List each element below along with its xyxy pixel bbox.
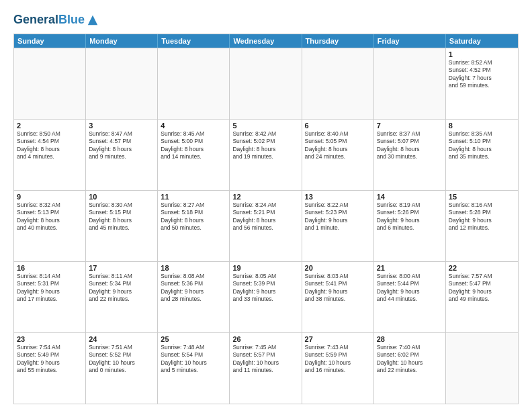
calendar-row-4: 23Sunrise: 7:54 AM Sunset: 5:49 PM Dayli… — [14, 332, 518, 404]
day-info: Sunrise: 8:47 AM Sunset: 4:57 PM Dayligh… — [89, 130, 154, 161]
calendar-cell: 19Sunrise: 8:05 AM Sunset: 5:39 PM Dayli… — [230, 262, 302, 332]
day-info: Sunrise: 8:00 AM Sunset: 5:44 PM Dayligh… — [377, 273, 443, 304]
calendar-cell: 6Sunrise: 8:40 AM Sunset: 5:05 PM Daylig… — [302, 120, 374, 190]
day-info: Sunrise: 8:40 AM Sunset: 5:05 PM Dayligh… — [305, 130, 371, 161]
header-day-sunday: Sunday — [14, 34, 86, 48]
calendar-cell: 10Sunrise: 8:30 AM Sunset: 5:15 PM Dayli… — [86, 191, 158, 261]
day-number: 8 — [449, 122, 515, 130]
day-number: 4 — [161, 122, 226, 130]
svg-marker-0 — [88, 15, 97, 25]
calendar-cell: 17Sunrise: 8:11 AM Sunset: 5:34 PM Dayli… — [86, 262, 158, 332]
calendar-cell: 20Sunrise: 8:03 AM Sunset: 5:41 PM Dayli… — [302, 262, 374, 332]
day-number: 2 — [17, 122, 83, 130]
calendar-cell: 16Sunrise: 8:14 AM Sunset: 5:31 PM Dayli… — [14, 262, 86, 332]
day-number: 22 — [449, 264, 515, 272]
calendar-body: 1Sunrise: 8:52 AM Sunset: 4:52 PM Daylig… — [14, 48, 518, 404]
day-number: 13 — [305, 193, 371, 201]
day-info: Sunrise: 7:45 AM Sunset: 5:57 PM Dayligh… — [232, 344, 298, 375]
calendar-cell: 5Sunrise: 8:42 AM Sunset: 5:02 PM Daylig… — [230, 120, 302, 190]
day-info: Sunrise: 8:50 AM Sunset: 4:54 PM Dayligh… — [17, 130, 83, 161]
day-number: 17 — [89, 264, 154, 272]
day-info: Sunrise: 8:08 AM Sunset: 5:36 PM Dayligh… — [161, 273, 226, 304]
day-info: Sunrise: 8:35 AM Sunset: 5:10 PM Dayligh… — [449, 130, 515, 161]
calendar-cell: 28Sunrise: 7:40 AM Sunset: 6:02 PM Dayli… — [374, 333, 446, 404]
calendar-cell: 13Sunrise: 8:22 AM Sunset: 5:23 PM Dayli… — [302, 191, 374, 261]
day-info: Sunrise: 8:24 AM Sunset: 5:21 PM Dayligh… — [232, 201, 298, 232]
day-number: 28 — [377, 335, 443, 343]
calendar-cell: 22Sunrise: 7:57 AM Sunset: 5:47 PM Dayli… — [446, 262, 518, 332]
calendar-cell: 11Sunrise: 8:27 AM Sunset: 5:18 PM Dayli… — [158, 191, 230, 261]
calendar-cell — [86, 48, 158, 119]
day-info: Sunrise: 8:52 AM Sunset: 4:52 PM Dayligh… — [449, 59, 515, 90]
day-number: 3 — [89, 122, 154, 130]
calendar-cell: 8Sunrise: 8:35 AM Sunset: 5:10 PM Daylig… — [446, 120, 518, 190]
header-day-thursday: Thursday — [302, 34, 374, 48]
day-info: Sunrise: 8:11 AM Sunset: 5:34 PM Dayligh… — [89, 273, 154, 304]
day-number: 18 — [161, 264, 226, 272]
day-info: Sunrise: 8:05 AM Sunset: 5:39 PM Dayligh… — [232, 273, 298, 304]
calendar-row-0: 1Sunrise: 8:52 AM Sunset: 4:52 PM Daylig… — [14, 48, 518, 119]
day-info: Sunrise: 8:32 AM Sunset: 5:13 PM Dayligh… — [17, 201, 83, 232]
calendar-cell — [158, 48, 230, 119]
calendar: SundayMondayTuesdayWednesdayThursdayFrid… — [13, 34, 519, 404]
day-number: 20 — [305, 264, 371, 272]
calendar-cell: 21Sunrise: 8:00 AM Sunset: 5:44 PM Dayli… — [374, 262, 446, 332]
calendar-cell: 26Sunrise: 7:45 AM Sunset: 5:57 PM Dayli… — [230, 333, 302, 404]
calendar-cell: 25Sunrise: 7:48 AM Sunset: 5:54 PM Dayli… — [158, 333, 230, 404]
page: GeneralBlue SundayMondayTuesdayWednesday… — [0, 0, 532, 411]
day-info: Sunrise: 7:48 AM Sunset: 5:54 PM Dayligh… — [161, 344, 226, 375]
header-day-tuesday: Tuesday — [158, 34, 230, 48]
day-number: 11 — [161, 193, 226, 201]
day-number: 27 — [305, 335, 371, 343]
day-number: 25 — [161, 335, 226, 343]
calendar-cell: 12Sunrise: 8:24 AM Sunset: 5:21 PM Dayli… — [230, 191, 302, 261]
logo: GeneralBlue — [13, 13, 99, 27]
calendar-cell — [302, 48, 374, 119]
day-number: 21 — [377, 264, 443, 272]
calendar-row-1: 2Sunrise: 8:50 AM Sunset: 4:54 PM Daylig… — [14, 119, 518, 190]
day-number: 19 — [232, 264, 298, 272]
day-number: 15 — [449, 193, 515, 201]
calendar-cell — [446, 333, 518, 404]
calendar-cell: 15Sunrise: 8:16 AM Sunset: 5:28 PM Dayli… — [446, 191, 518, 261]
day-info: Sunrise: 7:40 AM Sunset: 6:02 PM Dayligh… — [377, 344, 443, 375]
calendar-cell: 14Sunrise: 8:19 AM Sunset: 5:26 PM Dayli… — [374, 191, 446, 261]
logo-text: GeneralBlue — [13, 13, 99, 27]
day-info: Sunrise: 8:03 AM Sunset: 5:41 PM Dayligh… — [305, 273, 371, 304]
day-info: Sunrise: 8:45 AM Sunset: 5:00 PM Dayligh… — [161, 130, 226, 161]
calendar-cell — [230, 48, 302, 119]
day-number: 9 — [17, 193, 83, 201]
calendar-cell: 23Sunrise: 7:54 AM Sunset: 5:49 PM Dayli… — [14, 333, 86, 404]
calendar-cell — [374, 48, 446, 119]
day-info: Sunrise: 8:42 AM Sunset: 5:02 PM Dayligh… — [232, 130, 298, 161]
header-day-friday: Friday — [374, 34, 446, 48]
calendar-cell — [14, 48, 86, 119]
day-number: 16 — [17, 264, 83, 272]
header-day-wednesday: Wednesday — [230, 34, 302, 48]
day-info: Sunrise: 8:30 AM Sunset: 5:15 PM Dayligh… — [89, 201, 154, 232]
day-number: 7 — [377, 122, 443, 130]
day-number: 1 — [449, 50, 515, 58]
calendar-cell: 1Sunrise: 8:52 AM Sunset: 4:52 PM Daylig… — [446, 48, 518, 119]
day-info: Sunrise: 7:54 AM Sunset: 5:49 PM Dayligh… — [17, 344, 83, 375]
calendar-cell: 27Sunrise: 7:43 AM Sunset: 5:59 PM Dayli… — [302, 333, 374, 404]
day-number: 23 — [17, 335, 83, 343]
calendar-cell: 2Sunrise: 8:50 AM Sunset: 4:54 PM Daylig… — [14, 120, 86, 190]
day-info: Sunrise: 8:14 AM Sunset: 5:31 PM Dayligh… — [17, 273, 83, 304]
day-info: Sunrise: 7:51 AM Sunset: 5:52 PM Dayligh… — [89, 344, 154, 375]
day-info: Sunrise: 8:16 AM Sunset: 5:28 PM Dayligh… — [449, 201, 515, 232]
header-day-monday: Monday — [86, 34, 158, 48]
calendar-row-3: 16Sunrise: 8:14 AM Sunset: 5:31 PM Dayli… — [14, 261, 518, 332]
calendar-cell: 9Sunrise: 8:32 AM Sunset: 5:13 PM Daylig… — [14, 191, 86, 261]
calendar-row-2: 9Sunrise: 8:32 AM Sunset: 5:13 PM Daylig… — [14, 190, 518, 261]
day-info: Sunrise: 8:37 AM Sunset: 5:07 PM Dayligh… — [377, 130, 443, 161]
day-number: 14 — [377, 193, 443, 201]
day-info: Sunrise: 8:19 AM Sunset: 5:26 PM Dayligh… — [377, 201, 443, 232]
header-day-saturday: Saturday — [446, 34, 518, 48]
day-number: 10 — [89, 193, 154, 201]
day-number: 12 — [232, 193, 298, 201]
day-info: Sunrise: 8:27 AM Sunset: 5:18 PM Dayligh… — [161, 201, 226, 232]
calendar-cell: 24Sunrise: 7:51 AM Sunset: 5:52 PM Dayli… — [86, 333, 158, 404]
day-info: Sunrise: 8:22 AM Sunset: 5:23 PM Dayligh… — [305, 201, 371, 232]
day-number: 5 — [232, 122, 298, 130]
